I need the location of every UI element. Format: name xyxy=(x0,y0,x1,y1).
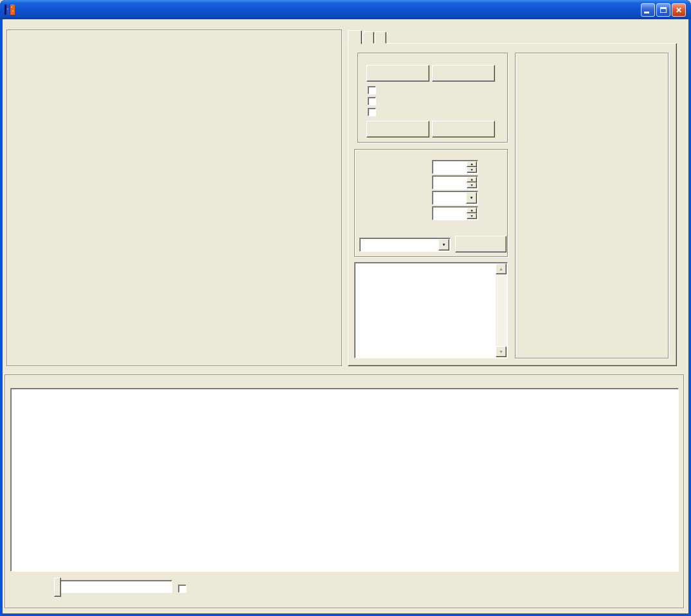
close-icon: ✕ xyxy=(676,6,682,15)
alphabetgroesse-spinedit[interactable]: ▲▼ xyxy=(432,175,478,189)
spin-up-icon[interactable]: ▲ xyxy=(467,177,477,182)
spin-down-icon[interactable]: ▼ xyxy=(467,167,477,173)
memo-scrollbar[interactable]: ▲ ▼ xyxy=(496,263,507,357)
maximize-button[interactable] xyxy=(656,3,670,17)
application-window: ✕ xyxy=(0,0,691,616)
neuer-durchlauf-button[interactable] xyxy=(366,65,429,82)
textlaenge-dropdown[interactable]: ▼ xyxy=(432,191,478,205)
spin-down-icon[interactable]: ▼ xyxy=(467,213,477,219)
spin-up-icon[interactable]: ▲ xyxy=(467,207,477,213)
realtime-priority-checkbox[interactable] xyxy=(368,86,380,94)
application-icon[interactable] xyxy=(4,4,15,15)
staendig-aktualisieren-checkbox[interactable] xyxy=(178,585,190,593)
best-algorithm-map[interactable] xyxy=(31,57,320,342)
minimize-icon xyxy=(644,12,649,13)
treffer-auflisten-checkbox[interactable] xyxy=(368,108,380,116)
spin-down-icon[interactable]: ▼ xyxy=(467,182,477,188)
scroll-down-icon[interactable]: ▼ xyxy=(496,346,507,357)
chevron-down-icon[interactable]: ▼ xyxy=(438,239,449,251)
chevron-down-icon[interactable]: ▼ xyxy=(466,192,477,204)
tab-einfache-suche[interactable] xyxy=(348,30,362,44)
status-memo[interactable]: ▲ ▼ xyxy=(354,262,508,358)
title-bar: ✕ xyxy=(0,0,691,19)
abbruch-button[interactable] xyxy=(432,65,495,82)
minimize-button[interactable] xyxy=(641,3,655,17)
maximize-icon xyxy=(660,7,667,13)
skalierung-thumb[interactable] xyxy=(54,577,61,597)
statistik-speichern-checkbox[interactable] xyxy=(368,97,380,105)
daten-speichern-button[interactable] xyxy=(432,121,495,137)
uebernehmen-button[interactable] xyxy=(455,236,507,252)
text-neu-erstellen-value[interactable] xyxy=(359,238,451,252)
legende-groupbox xyxy=(515,53,669,358)
checkbox-box[interactable] xyxy=(368,108,376,116)
iterationen-spinedit[interactable]: ▲▼ xyxy=(432,206,478,220)
musterlaenge-spinedit[interactable]: ▲▼ xyxy=(432,160,478,174)
tab-mehrfache-suche[interactable] xyxy=(363,31,374,44)
spin-up-icon[interactable]: ▲ xyxy=(467,161,477,167)
checkbox-box[interactable] xyxy=(178,585,186,593)
slider-channel[interactable] xyxy=(54,580,172,593)
slider-ticks-top xyxy=(57,576,170,578)
tab-unscharfe-suche[interactable] xyxy=(375,31,386,44)
daten-laden-button[interactable] xyxy=(366,121,429,137)
client-area: ▲▼ ▲▼ ▼ ▲▼ ▼ ▲ xyxy=(3,19,688,613)
close-button[interactable]: ✕ xyxy=(672,3,686,17)
checkbox-box[interactable] xyxy=(368,97,376,105)
tab-bar xyxy=(348,30,387,44)
slider-ticks-bottom xyxy=(57,596,170,599)
scroll-up-icon[interactable]: ▲ xyxy=(496,263,507,274)
comparison-panel xyxy=(10,388,679,572)
text-neu-erstellen-dropdown[interactable]: ▼ xyxy=(359,238,451,252)
skalierung-slider[interactable] xyxy=(54,576,172,599)
checkbox-box[interactable] xyxy=(368,86,376,94)
